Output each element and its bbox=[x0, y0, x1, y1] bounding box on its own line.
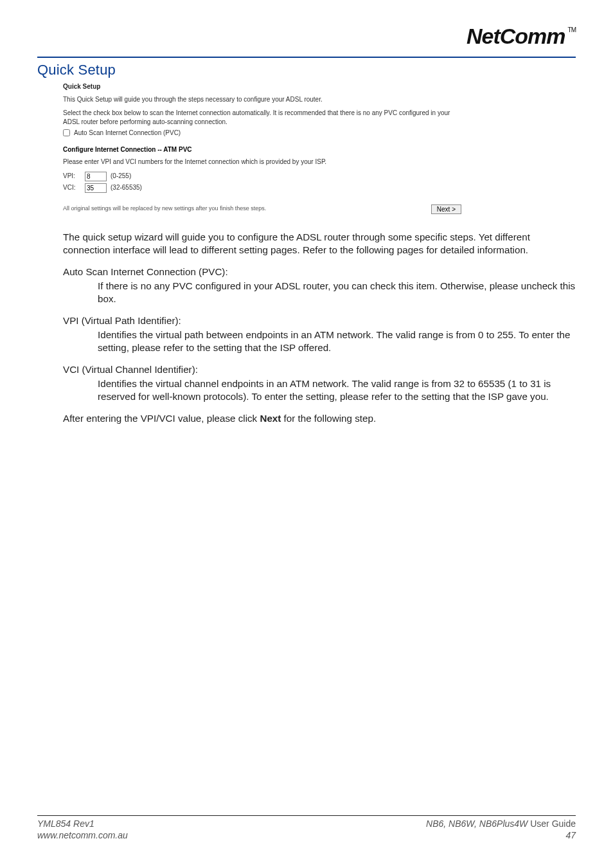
footer-rev: YML854 Rev1 bbox=[37, 818, 94, 829]
footer-rule bbox=[37, 815, 576, 816]
header-rule bbox=[37, 57, 576, 58]
logo-text: NetComm bbox=[466, 24, 565, 49]
footer-pageno: 47 bbox=[426, 830, 576, 842]
section-title: Quick Setup bbox=[37, 62, 576, 78]
after-post: for the following step. bbox=[281, 413, 376, 424]
footer-left: YML854 Rev1 www.netcomm.com.au bbox=[37, 818, 128, 841]
vpi-input[interactable] bbox=[85, 172, 107, 181]
autoscan-row: Auto Scan Internet Connection (PVC) bbox=[63, 129, 461, 138]
vci-row: VCI: (32-65535) bbox=[63, 183, 461, 193]
after-paragraph: After entering the VPI/VCI value, please… bbox=[63, 412, 576, 425]
after-bold: Next bbox=[260, 413, 281, 424]
footer-right: NB6, NB6W, NB6Plus4W User Guide 47 bbox=[426, 818, 576, 841]
vpi-head: VPI (Virtual Path Identifier): bbox=[63, 314, 576, 327]
ui-footer-text: All original settings will be replaced b… bbox=[63, 205, 266, 212]
vci-desc: Identifies the virtual channel endpoints… bbox=[98, 377, 576, 403]
configure-title: Configure Internet Connection -- ATM PVC bbox=[63, 145, 461, 154]
page-header: NetComm TM bbox=[37, 19, 576, 53]
qs-description: This Quick Setup will guide you through … bbox=[63, 95, 461, 104]
autoscan-checkbox[interactable] bbox=[63, 129, 70, 136]
intro-paragraph: The quick setup wizard will guide you to… bbox=[63, 231, 576, 257]
vci-head: VCI (Virtual Channel Identifier): bbox=[63, 363, 576, 376]
footer-models: NB6, NB6W, NB6Plus4W bbox=[426, 818, 530, 829]
vpi-range: (0-255) bbox=[111, 172, 131, 181]
configure-description: Please enter VPI and VCI numbers for the… bbox=[63, 158, 461, 167]
qs-note: Select the check box below to scan the I… bbox=[63, 109, 461, 126]
next-button[interactable]: Next > bbox=[431, 204, 461, 214]
router-ui-screenshot: Quick Setup This Quick Setup will guide … bbox=[63, 82, 461, 214]
document-body: The quick setup wizard will guide you to… bbox=[63, 231, 576, 426]
qs-title: Quick Setup bbox=[63, 82, 461, 91]
page-footer: YML854 Rev1 www.netcomm.com.au NB6, NB6W… bbox=[37, 815, 576, 841]
autoscan-label: Auto Scan Internet Connection (PVC) bbox=[74, 129, 181, 138]
vpi-desc: Identifies the virtual path between endp… bbox=[98, 329, 576, 354]
logo-tm: TM bbox=[568, 26, 576, 33]
footer-userguide: User Guide bbox=[530, 818, 576, 829]
ui-footer-row: All original settings will be replaced b… bbox=[63, 204, 461, 214]
autoscan-head: Auto Scan Internet Connection (PVC): bbox=[63, 266, 576, 278]
vpi-row: VPI: (0-255) bbox=[63, 172, 461, 181]
autoscan-desc: If there is no any PVC configured in you… bbox=[98, 280, 576, 305]
netcomm-logo: NetComm TM bbox=[466, 24, 576, 49]
vpi-label: VPI: bbox=[63, 172, 81, 181]
vci-label: VCI: bbox=[63, 183, 81, 192]
footer-url: www.netcomm.com.au bbox=[37, 830, 128, 840]
vci-range: (32-65535) bbox=[111, 183, 142, 192]
after-pre: After entering the VPI/VCI value, please… bbox=[63, 413, 260, 424]
vci-input[interactable] bbox=[85, 183, 107, 193]
